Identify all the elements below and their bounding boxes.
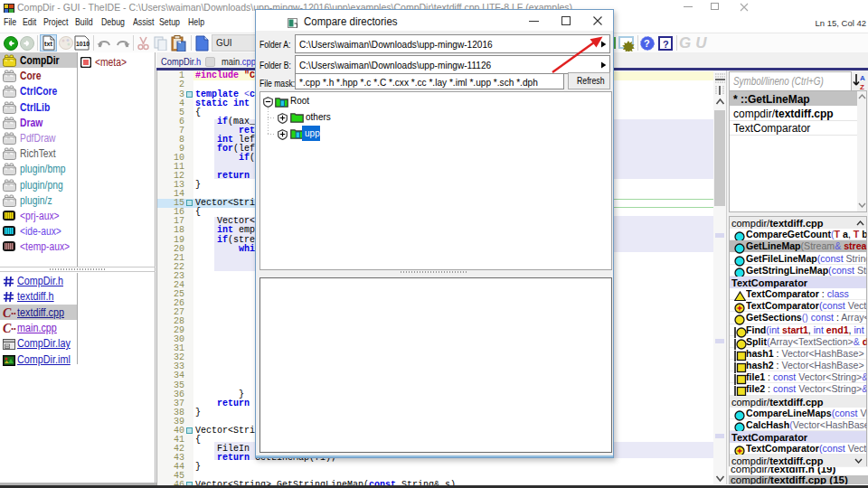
svg-text:Z: Z: [860, 83, 864, 90]
svg-text:?: ?: [644, 38, 650, 49]
svg-text:A: A: [860, 74, 865, 82]
svg-text:C: C: [3, 307, 12, 319]
svg-text:?: ?: [663, 39, 669, 50]
svg-text:C: C: [3, 323, 12, 334]
